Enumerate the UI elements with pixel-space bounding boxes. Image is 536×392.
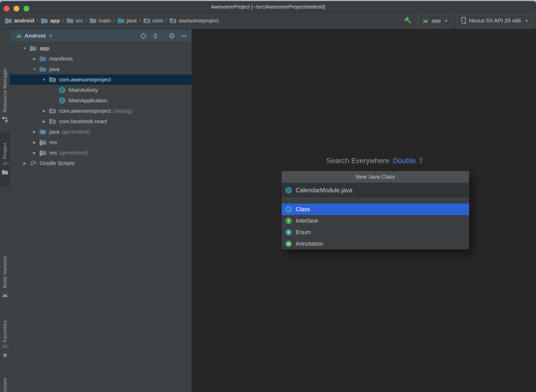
build-variants-icon — [2, 293, 8, 297]
breadcrumb-label: main — [99, 17, 111, 24]
build-hammer-icon[interactable] — [403, 15, 413, 26]
tree-item-label: app — [40, 45, 49, 51]
kind-option-interface[interactable]: IInterface — [282, 215, 469, 227]
breadcrumb-item-java[interactable]: java — [117, 17, 137, 24]
chevron-down-icon: ▼ — [525, 19, 528, 23]
kind-option-label: Interface — [296, 217, 318, 224]
tree-item-label: res — [49, 150, 57, 156]
kind-option-enum[interactable]: EEnum — [282, 227, 469, 238]
search-everywhere-hint: Search EverywhereDouble⇧ — [281, 156, 469, 165]
svg-text:E: E — [287, 230, 290, 234]
toolbar-run-controls: app ▼ Nexus 5X API 29 x86 ▼ — [403, 13, 532, 29]
stripe-item-label: 2: Favorites — [2, 320, 8, 348]
tree-row-MainApplication[interactable]: CMainApplication — [10, 95, 191, 106]
expanded-arrow-icon[interactable]: ▼ — [41, 78, 48, 82]
package-icon — [49, 118, 56, 124]
collapsed-arrow-icon[interactable]: ▶ — [41, 109, 48, 113]
tree-item-label: com.awesomeproject — [59, 76, 111, 83]
breadcrumb-separator-icon: › — [61, 17, 65, 23]
tree-item-suffix: (generated) — [59, 150, 88, 156]
tree-item-label: java — [49, 129, 60, 135]
tree-row-com-awesomeproject[interactable]: ▶com.awesomeproject(debug) — [10, 106, 191, 116]
class-teal-icon: C — [59, 87, 66, 93]
package-icon — [49, 76, 56, 83]
breadcrumb-separator-icon: › — [164, 17, 168, 23]
annotation-green-icon: @ — [285, 240, 292, 247]
tree-item-label: Gradle Scripts — [40, 160, 74, 166]
tree-row-java[interactable]: ▶java(generated) — [10, 127, 191, 137]
tree-row-Gradle-Scripts[interactable]: ▶Gradle Scripts — [10, 158, 191, 168]
stripe-item-structure[interactable]: 7: Structure — [0, 373, 10, 392]
folder-icon — [66, 17, 74, 24]
breadcrumb-item-src[interactable]: src — [66, 17, 83, 24]
res-folder-icon — [39, 139, 46, 145]
expanded-arrow-icon[interactable]: ▼ — [21, 46, 28, 50]
breadcrumb-item-android[interactable]: android — [5, 17, 34, 24]
module-folder-icon — [41, 17, 48, 24]
module-folder-icon — [5, 17, 12, 24]
kind-option-label: Annotation — [296, 240, 323, 247]
kind-list: CClassIInterfaceEEnum@Annotation — [282, 204, 469, 250]
class-name-input[interactable]: C CalendarModule.java — [282, 182, 469, 198]
class-name-value: CalendarModule.java — [296, 187, 352, 194]
popup-title: New Java Class — [282, 171, 469, 182]
tree-row-manifests[interactable]: ▶manifests — [10, 54, 191, 64]
collapsed-arrow-icon[interactable]: ▶ — [31, 130, 38, 134]
run-configuration-select[interactable]: app ▼ — [418, 14, 452, 27]
select-opened-file-icon[interactable] — [139, 32, 147, 40]
kind-option-annotation[interactable]: @Annotation — [282, 238, 469, 250]
collapsed-arrow-icon[interactable]: ▶ — [41, 119, 48, 123]
tree-row-java[interactable]: ▼java — [10, 64, 191, 74]
stripe-item-build-variants[interactable]: Build Variants — [0, 251, 10, 303]
chevron-down-icon: ▼ — [444, 19, 448, 23]
collapsed-arrow-icon[interactable]: ▶ — [31, 57, 38, 61]
breadcrumb-item-awesomeproject[interactable]: awesomeproject — [169, 17, 219, 24]
collapse-all-icon[interactable] — [152, 32, 159, 40]
stripe-item-label: Build Variants — [2, 256, 8, 288]
settings-gear-icon[interactable]: ⚙ — [168, 32, 176, 40]
breadcrumb-item-app[interactable]: app — [41, 17, 60, 24]
stripe-item-label: 7: Structure — [2, 378, 8, 392]
stripe-item-label: 1: Project — [2, 143, 8, 165]
source-folder-icon — [117, 17, 125, 24]
kind-option-class[interactable]: CClass — [282, 204, 469, 215]
project-view-label: Android — [25, 33, 45, 39]
gen-folder-icon — [39, 129, 46, 135]
folder-teal-icon — [39, 56, 46, 62]
tree-item-label: java — [49, 66, 60, 72]
breadcrumb-item-main[interactable]: main — [89, 17, 111, 24]
tree-item-label: com.facebook.react — [59, 118, 107, 124]
collapsed-arrow-icon[interactable]: ▶ — [21, 161, 28, 165]
hint-shortcut: Double — [393, 157, 416, 165]
folder-icon — [89, 17, 97, 24]
stripe-item-project[interactable]: 1: Project — [0, 132, 10, 187]
hint-text: Search Everywhere — [327, 157, 389, 165]
tree-row-app[interactable]: ▼app — [10, 43, 191, 54]
breadcrumb-label: com — [153, 17, 163, 24]
expanded-arrow-icon[interactable]: ▼ — [31, 67, 38, 71]
project-view-selector[interactable]: Android ▼ — [16, 33, 53, 39]
tree-row-MainActivity[interactable]: CMainActivity — [10, 85, 191, 95]
kind-option-label: Enum — [296, 229, 311, 236]
breadcrumb-label: src — [76, 17, 83, 24]
res-folder-icon — [39, 150, 46, 156]
favorites-star-icon: ★ — [2, 352, 8, 358]
tree-row-com-facebook-react[interactable]: ▶com.facebook.react — [10, 116, 191, 127]
breadcrumb: android›app›src›main›java›com›awesomepro… — [5, 13, 219, 29]
breadcrumb-separator-icon: › — [112, 17, 116, 23]
device-select[interactable]: Nexus 5X API 29 x86 ▼ — [457, 14, 532, 27]
tree-row-res[interactable]: ▶res — [10, 137, 191, 147]
hide-panel-icon[interactable] — [180, 32, 188, 40]
tree-row-com-awesomeproject[interactable]: ▼com.awesomeproject — [10, 74, 191, 85]
collapsed-arrow-icon[interactable]: ▶ — [31, 140, 38, 144]
breadcrumb-label: app — [50, 17, 60, 24]
stripe-item-resource-manager[interactable]: Resource Manager — [0, 61, 10, 130]
breadcrumb-item-com[interactable]: com — [143, 17, 163, 24]
kind-option-label: Class — [296, 206, 310, 213]
tree-item-label: com.awesomeproject — [59, 108, 111, 114]
tree-row-res[interactable]: ▶res(generated) — [10, 147, 191, 158]
stripe-item-favorites[interactable]: 2: Favorites★ — [0, 316, 10, 363]
popup-divider — [282, 198, 469, 204]
shift-key-icon: ⇧ — [418, 156, 424, 165]
collapsed-arrow-icon[interactable]: ▶ — [31, 151, 38, 155]
